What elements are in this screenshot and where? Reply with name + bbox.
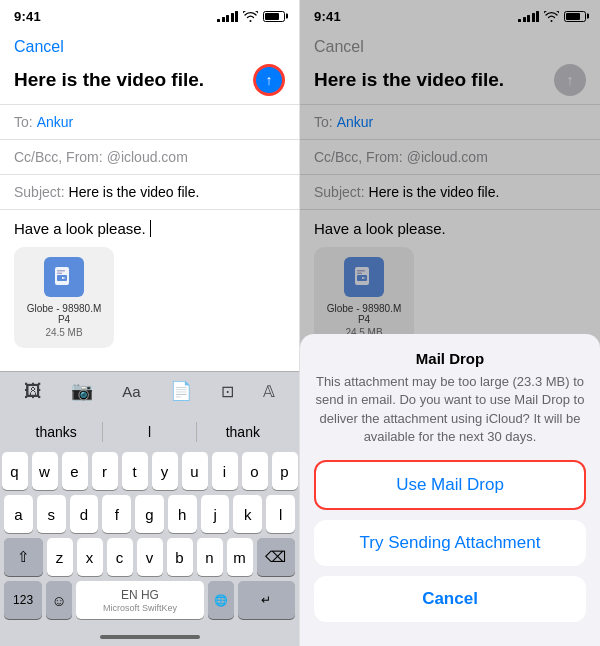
key-d[interactable]: d [70, 495, 99, 533]
home-bar-left [100, 635, 200, 639]
mail-drop-sheet: Mail Drop This attachment may be too lar… [300, 334, 600, 646]
scan-toolbar-icon[interactable]: ⊡ [221, 382, 234, 401]
text-size-toolbar-icon[interactable]: Aa [122, 383, 140, 400]
key-u[interactable]: u [182, 452, 208, 490]
key-return[interactable]: ↵ [238, 581, 295, 619]
key-w[interactable]: w [32, 452, 58, 490]
mail-fields-left: To: Ankur Cc/Bcc, From: @icloud.com Subj… [0, 104, 299, 210]
subject-label-left: Subject: [14, 184, 65, 200]
key-space[interactable]: EN HG Microsoft SwiftKey [76, 581, 203, 619]
use-mail-drop-button[interactable]: Use Mail Drop [314, 460, 586, 510]
mail-drop-description: This attachment may be too large (23.3 M… [314, 373, 586, 446]
cancel-button-left[interactable]: Cancel [14, 34, 64, 60]
time-left: 9:41 [14, 9, 41, 24]
key-v[interactable]: v [137, 538, 163, 576]
attachment-name-left: Globe - 98980.MP4 [24, 303, 104, 325]
body-text-left: Have a look please. [14, 220, 285, 237]
key-row-3: ⇧ z x c v b n m ⌫ [4, 538, 295, 576]
key-row-4: 123 ☺ EN HG Microsoft SwiftKey 🌐 ↵ [4, 581, 295, 619]
attachment-file-icon [44, 257, 84, 297]
key-f[interactable]: f [102, 495, 131, 533]
cc-value-left: @icloud.com [107, 149, 188, 165]
autocomplete-item-1[interactable]: thanks [10, 422, 103, 442]
mail-drop-title: Mail Drop [314, 350, 586, 367]
attachment-size-left: 24.5 MB [45, 327, 82, 338]
status-bar-left: 9:41 [0, 0, 299, 28]
key-delete[interactable]: ⌫ [257, 538, 296, 576]
aa-toolbar-icon[interactable]: 𝔸 [263, 382, 275, 401]
attachment-left: Globe - 98980.MP4 24.5 MB [14, 247, 114, 348]
key-y[interactable]: y [152, 452, 178, 490]
key-t[interactable]: t [122, 452, 148, 490]
key-s[interactable]: s [37, 495, 66, 533]
send-arrow-icon: ↑ [266, 72, 273, 88]
to-label-left: To: [14, 114, 33, 130]
dimmed-overlay [300, 0, 600, 376]
photo-toolbar-icon[interactable]: 🖼 [24, 381, 42, 402]
key-n[interactable]: n [197, 538, 223, 576]
key-x[interactable]: x [77, 538, 103, 576]
key-emoji[interactable]: ☺ [46, 581, 72, 619]
home-indicator-left [0, 628, 299, 646]
key-o[interactable]: o [242, 452, 268, 490]
key-a[interactable]: a [4, 495, 33, 533]
keyboard-toolbar: 🖼 📷 Aa 📄 ⊡ 𝔸 [0, 371, 299, 410]
key-row-2: a s d f g h j k l [4, 495, 295, 533]
key-e[interactable]: e [62, 452, 88, 490]
right-panel: 9:41 [300, 0, 600, 646]
signal-icon [217, 11, 238, 22]
keyboard-area: thanks l thank q w e r t y u i o p a s d [0, 410, 299, 646]
to-value-left: Ankur [37, 114, 74, 130]
mail-body-left[interactable]: Have a look please. Globe - 98980.MP4 24… [0, 210, 299, 371]
key-m[interactable]: m [227, 538, 253, 576]
key-shift[interactable]: ⇧ [4, 538, 43, 576]
autocomplete-item-3[interactable]: thank [197, 422, 289, 442]
mail-title-row-left: Here is the video file. ↑ [14, 64, 285, 104]
subject-value-left: Here is the video file. [69, 184, 200, 200]
send-button-active[interactable]: ↑ [253, 64, 285, 96]
video-file-icon [53, 266, 75, 288]
subject-field-left[interactable]: Subject: Here is the video file. [0, 175, 299, 210]
key-123[interactable]: 123 [4, 581, 42, 619]
autocomplete-item-2[interactable]: l [103, 422, 196, 442]
key-lang[interactable]: 🌐 [208, 581, 234, 619]
key-h[interactable]: h [168, 495, 197, 533]
key-k[interactable]: k [233, 495, 262, 533]
key-z[interactable]: z [47, 538, 73, 576]
text-cursor [146, 220, 151, 237]
cc-field-left[interactable]: Cc/Bcc, From: @icloud.com [0, 140, 299, 175]
status-icons-left [217, 11, 285, 22]
cc-label-left: Cc/Bcc, From: [14, 149, 103, 165]
keyboard-rows: q w e r t y u i o p a s d f g h j k l [0, 450, 299, 628]
svg-rect-3 [57, 270, 65, 272]
mail-title-left: Here is the video file. [14, 69, 253, 91]
key-b[interactable]: b [167, 538, 193, 576]
left-panel: 9:41 Cancel Here is the video fil [0, 0, 300, 646]
cancel-sheet-button[interactable]: Cancel [314, 576, 586, 622]
key-g[interactable]: g [135, 495, 164, 533]
autocomplete-row: thanks l thank [0, 414, 299, 450]
file-toolbar-icon[interactable]: 📄 [170, 380, 192, 402]
key-j[interactable]: j [201, 495, 230, 533]
to-field-left[interactable]: To: Ankur [0, 105, 299, 140]
svg-rect-4 [57, 273, 62, 275]
try-sending-attachment-button[interactable]: Try Sending Attachment [314, 520, 586, 566]
battery-icon [263, 11, 285, 22]
wifi-icon [243, 11, 258, 22]
key-r[interactable]: r [92, 452, 118, 490]
key-l[interactable]: l [266, 495, 295, 533]
mail-header-left: Cancel Here is the video file. ↑ [0, 28, 299, 104]
key-row-1: q w e r t y u i o p [4, 452, 295, 490]
key-c[interactable]: c [107, 538, 133, 576]
key-q[interactable]: q [2, 452, 28, 490]
key-p[interactable]: p [272, 452, 298, 490]
key-i[interactable]: i [212, 452, 238, 490]
camera-toolbar-icon[interactable]: 📷 [71, 380, 93, 402]
